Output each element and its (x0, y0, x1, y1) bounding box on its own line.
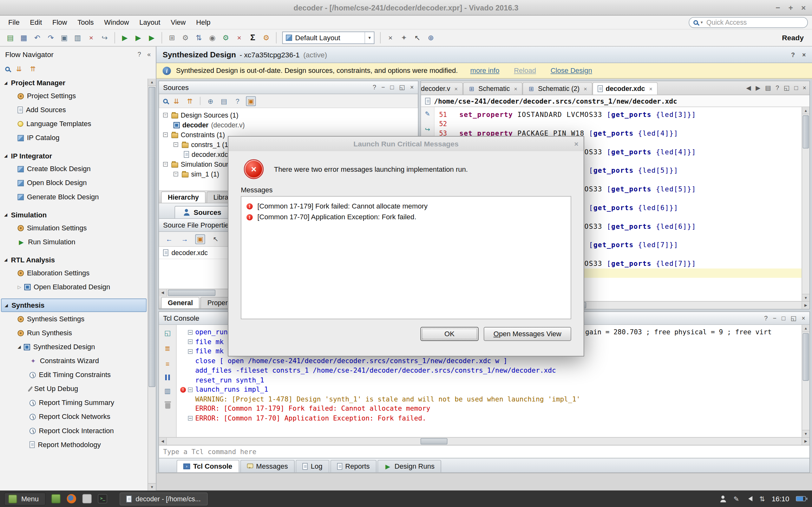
link-button[interactable]: ↪ (98, 32, 111, 44)
collapse-marker-icon[interactable] (188, 387, 193, 392)
tree-item-decoder[interactable]: decoder (decoder.v) (159, 120, 418, 130)
edit-icon[interactable]: ✎ (425, 110, 430, 118)
search-icon[interactable] (163, 99, 168, 103)
gear-button[interactable]: ⚙ (179, 32, 192, 44)
maximize-icon[interactable]: □ (781, 315, 785, 322)
scroll-down-icon[interactable]: ▼ (802, 430, 809, 437)
float-teal-icon[interactable]: ◱ (163, 328, 172, 338)
tab-log[interactable]: Log (296, 460, 329, 472)
chev-left-icon[interactable]: ◀ (746, 84, 751, 92)
probe-button[interactable]: × (384, 32, 397, 44)
save-button[interactable]: ▦ (18, 32, 30, 44)
help-icon[interactable]: ? (764, 315, 768, 322)
collapse-icon[interactable]: « (147, 51, 151, 58)
editor-tab-decoder-v[interactable]: decoder.v× (421, 82, 463, 95)
menu-window[interactable]: Window (99, 16, 134, 28)
tab-design-runs[interactable]: ▶Design Runs (377, 460, 441, 472)
flow-item-synthesis-settings[interactable]: Synthesis Settings (0, 312, 147, 326)
scrollbar-track[interactable] (148, 388, 156, 483)
tcl-command-input[interactable] (159, 448, 809, 455)
chevron-down-icon[interactable]: ▾ (701, 20, 703, 25)
scroll-left-icon[interactable]: ◀ (159, 289, 166, 297)
new-file-button[interactable]: ▤ (4, 32, 16, 44)
menu-button[interactable]: Menu (4, 492, 45, 505)
tools-button[interactable]: ✦ (398, 32, 410, 44)
scrollbar-thumb[interactable] (803, 115, 809, 148)
scroll-up-icon[interactable]: ▲ (802, 325, 809, 332)
flow-section-ip-integrator[interactable]: ◢IP Integrator (0, 150, 147, 162)
tree-expander-icon[interactable]: − (163, 132, 168, 137)
scrollbar-track[interactable] (167, 438, 802, 445)
collapse-marker-icon[interactable] (188, 330, 193, 335)
close-icon[interactable]: × (583, 86, 587, 92)
flow-item-set-up-debug[interactable]: Set Up Debug (0, 382, 147, 396)
link-more-info[interactable]: more info (470, 67, 500, 74)
chevron-down-icon[interactable]: ▾ (365, 32, 374, 43)
forward-icon[interactable]: → (180, 234, 190, 244)
toggle-icon[interactable]: ▣ (195, 234, 205, 244)
flow-item-constraints-wizard[interactable]: ✦Constraints Wizard (0, 354, 147, 368)
collapse-marker-icon[interactable] (188, 349, 193, 354)
chev-right-icon[interactable]: ▶ (756, 84, 760, 92)
float-icon[interactable]: ◱ (784, 84, 790, 92)
menu-view[interactable]: View (165, 16, 191, 28)
add-icon[interactable]: ⊕ (206, 96, 215, 106)
open-icon[interactable]: ▤ (219, 96, 229, 106)
flow-item-language-templates[interactable]: Language Templates (0, 117, 147, 131)
link-close-design[interactable]: Close Design (551, 67, 592, 74)
maximize-icon[interactable]: □ (390, 83, 394, 91)
close-icon[interactable]: × (410, 83, 414, 91)
flow-item-elaboration-settings[interactable]: Elaboration Settings (0, 266, 147, 280)
undo-button[interactable]: ↶ (31, 32, 44, 44)
world-gear-button[interactable]: ⚙ (219, 32, 232, 44)
collapse-chevron-icon[interactable]: ◢ (18, 344, 21, 349)
files-launcher[interactable] (49, 492, 62, 505)
delete-button[interactable]: × (85, 32, 97, 44)
tree-expander-icon[interactable]: − (173, 172, 178, 176)
trash-icon[interactable] (165, 403, 170, 409)
report-gear-button[interactable]: ⚙ (260, 32, 272, 44)
back-icon[interactable]: ← (164, 234, 174, 244)
sigma-button[interactable]: Σ (247, 32, 259, 44)
flow-item-add-sources[interactable]: Add Sources (0, 103, 147, 117)
scrollbar-thumb[interactable] (168, 290, 215, 296)
flow-item-report-clock-networks[interactable]: Report Clock Networks (0, 410, 147, 424)
scroll-down-icon[interactable]: ▼ (148, 483, 156, 491)
scrollbar-thumb[interactable] (803, 333, 809, 381)
console-hscrollbar[interactable]: ◀ ▶ (159, 437, 809, 445)
help-icon[interactable]: ? (373, 83, 376, 91)
flow-item-generate-block-design[interactable]: Generate Block Design (0, 190, 147, 204)
copy-button[interactable]: ▣ (58, 32, 70, 44)
float-icon[interactable]: ◱ (399, 83, 405, 91)
section-expander-icon[interactable]: ◢ (4, 213, 7, 217)
menu-edit[interactable]: Edit (25, 16, 47, 28)
menu-flow[interactable]: Flow (47, 16, 72, 28)
help-icon[interactable]: ? (791, 51, 795, 58)
close-icon[interactable]: × (514, 86, 517, 92)
sources-selector-tab[interactable]: Sources (174, 206, 230, 218)
menu-layout[interactable]: Layout (134, 16, 165, 28)
cursor-button[interactable]: ↖ (411, 32, 423, 44)
flow-item-open-block-design[interactable]: Open Block Design (0, 176, 147, 190)
close-icon[interactable]: × (802, 51, 806, 58)
scroll-icon[interactable]: ≣ (163, 343, 172, 353)
minimize-icon[interactable]: − (773, 315, 776, 322)
flow-item-simulation-settings[interactable]: Simulation Settings (0, 221, 147, 235)
scroll-down-icon[interactable]: ▼ (802, 294, 809, 301)
user-icon[interactable] (720, 495, 727, 502)
minimize-icon[interactable]: − (381, 83, 385, 91)
section-expander-icon[interactable]: ◢ (4, 81, 7, 86)
tree-item-design-sources-1[interactable]: −Design Sources (1) (159, 110, 418, 120)
record-button[interactable]: ◉ (206, 32, 218, 44)
toggle-icon[interactable]: ▣ (246, 96, 256, 106)
terminal-launcher[interactable]: >_ (96, 492, 109, 505)
maximize-button[interactable]: + (789, 3, 793, 11)
link-reload[interactable]: Reload (514, 67, 536, 74)
tree-expander-icon[interactable]: − (173, 142, 178, 147)
flow-item-synthesized-design[interactable]: ◢Synthesized Design (0, 340, 147, 354)
paste-button[interactable]: ▥ (71, 32, 84, 44)
cursor-icon[interactable]: ↖ (211, 234, 220, 244)
collapse-all-icon[interactable]: ⇈ (28, 64, 38, 74)
redo-button[interactable]: ↷ (44, 32, 57, 44)
run-simulate-button[interactable]: ▶ (146, 32, 158, 44)
